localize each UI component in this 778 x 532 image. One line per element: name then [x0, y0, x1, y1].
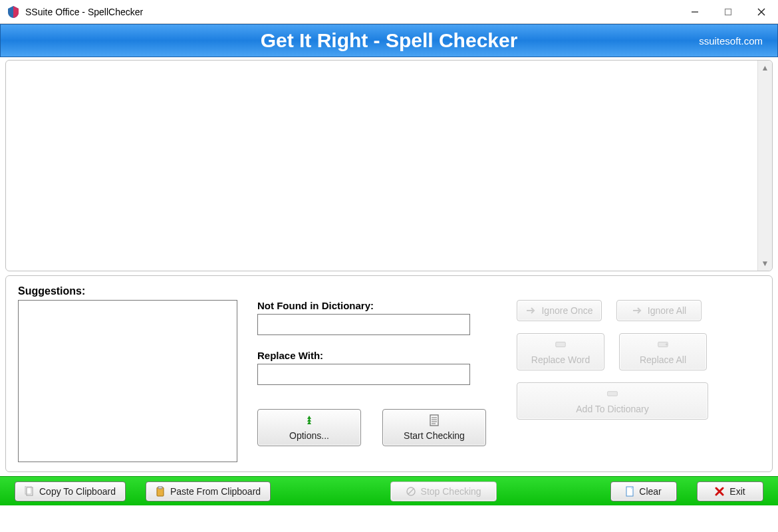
banner-title: Get It Right - Spell Checker — [1, 29, 777, 52]
exit-label: Exit — [729, 486, 745, 497]
svg-line-19 — [408, 489, 414, 494]
stop-checking-label: Stop Checking — [421, 486, 481, 497]
ignore-once-label: Ignore Once — [541, 305, 592, 316]
replace-all-button[interactable]: Replace All — [619, 333, 707, 370]
lower-panel: Suggestions: Not Found in Dictionary: Re… — [5, 275, 773, 472]
options-button-label: Options... — [289, 430, 329, 441]
paste-icon — [156, 486, 165, 497]
not-found-label: Not Found in Dictionary: — [257, 300, 517, 311]
document-icon — [428, 414, 440, 426]
text-input-area[interactable] — [10, 65, 757, 267]
ignore-once-button[interactable]: Ignore Once — [517, 300, 602, 321]
stop-checking-button[interactable]: Stop Checking — [390, 481, 497, 501]
exit-button[interactable]: Exit — [697, 481, 763, 501]
start-checking-button[interactable]: Start Checking — [382, 409, 486, 446]
dictionary-icon — [606, 388, 618, 400]
window-title: SSuite Office - SpellChecker — [25, 7, 143, 17]
replace-all-icon — [657, 338, 669, 350]
svg-rect-4 — [430, 415, 438, 426]
suggestions-label: Suggestions: — [18, 285, 257, 297]
arrow-right-icon — [632, 305, 644, 317]
svg-rect-13 — [608, 392, 618, 396]
close-button[interactable] — [745, 0, 778, 23]
scrollbar[interactable]: ▲ ▼ — [757, 61, 772, 271]
maximize-button[interactable] — [712, 0, 745, 23]
replace-word-label: Replace Word — [531, 354, 590, 366]
text-panel: ▲ ▼ — [5, 60, 773, 271]
paste-label: Paste From Clipboard — [170, 486, 261, 497]
app-icon — [7, 5, 20, 19]
minimize-button[interactable] — [678, 0, 712, 23]
not-found-field[interactable] — [257, 314, 470, 335]
ignore-all-button[interactable]: Ignore All — [616, 300, 702, 321]
options-icon — [303, 414, 315, 426]
close-icon — [715, 487, 724, 496]
clear-button[interactable]: Clear — [610, 481, 677, 501]
arrow-right-icon — [525, 305, 537, 317]
replace-word-button[interactable]: Replace Word — [517, 333, 604, 370]
add-to-dictionary-label: Add To Dictionary — [576, 404, 648, 414]
svg-line-2 — [758, 9, 765, 15]
add-to-dictionary-button[interactable]: Add To Dictionary — [517, 382, 708, 420]
svg-rect-9 — [556, 342, 565, 346]
paste-from-clipboard-button[interactable]: Paste From Clipboard — [146, 481, 271, 501]
banner: Get It Right - Spell Checker ssuitesoft.… — [0, 24, 778, 57]
start-checking-button-label: Start Checking — [404, 430, 465, 441]
copy-label: Copy To Clipboard — [39, 486, 116, 497]
clear-label: Clear — [639, 486, 661, 497]
svg-rect-17 — [158, 486, 162, 489]
scroll-down-icon: ▼ — [761, 259, 769, 268]
suggestions-list[interactable] — [18, 300, 237, 462]
replace-with-field[interactable] — [257, 364, 470, 385]
replace-icon — [555, 338, 567, 350]
replace-with-label: Replace With: — [257, 350, 517, 361]
copy-to-clipboard-button[interactable]: Copy To Clipboard — [15, 481, 126, 501]
page-icon — [626, 486, 634, 497]
footer: Copy To Clipboard Paste From Clipboard S… — [0, 476, 778, 505]
scroll-up-icon: ▲ — [761, 63, 769, 72]
copy-icon — [25, 486, 34, 497]
titlebar: SSuite Office - SpellChecker — [0, 0, 778, 24]
stop-icon — [406, 487, 416, 496]
svg-line-3 — [758, 9, 765, 15]
replace-all-label: Replace All — [640, 354, 686, 366]
ignore-all-label: Ignore All — [648, 305, 686, 316]
svg-rect-1 — [725, 9, 731, 15]
banner-link[interactable]: ssuitesoft.com — [699, 35, 763, 47]
options-button[interactable]: Options... — [257, 409, 361, 446]
